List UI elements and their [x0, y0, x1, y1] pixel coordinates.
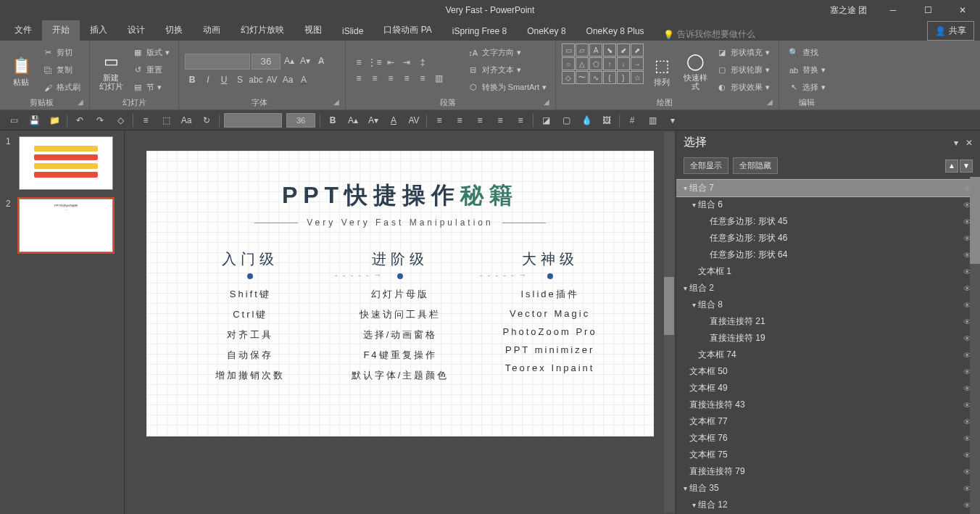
font-family-input[interactable]	[185, 54, 250, 70]
tab-animation[interactable]: 动画	[193, 20, 231, 41]
tree-item[interactable]: 直接连接符 21👁	[676, 313, 980, 330]
select-button[interactable]: ↖选择 ▾	[785, 80, 829, 96]
qat-alignr-icon[interactable]: ≡	[472, 112, 488, 128]
qat-alignj-icon[interactable]: ≡	[492, 112, 508, 128]
qat-alignd-icon[interactable]: ≡	[512, 112, 528, 128]
move-down-button[interactable]: ▼	[960, 159, 973, 173]
qat-picture-icon[interactable]: 🖼	[599, 112, 615, 128]
qat-shapeoutline-icon[interactable]: ▢	[558, 112, 574, 128]
close-button[interactable]: ✕	[948, 0, 977, 20]
qat-save-icon[interactable]: 💾	[26, 112, 42, 128]
new-slide-button[interactable]: ▭ 新建 幻灯片	[96, 43, 126, 96]
qat-undo-icon[interactable]: ↶	[72, 112, 88, 128]
align-right-button[interactable]: ≡	[383, 71, 398, 86]
tree-toggle-icon[interactable]: ▾	[681, 284, 689, 292]
tab-islide[interactable]: iSlide	[332, 22, 373, 41]
qat-new-icon[interactable]: ▭	[6, 112, 22, 128]
tree-toggle-icon[interactable]: ▾	[689, 301, 698, 309]
qat-redo-icon[interactable]: ↷	[92, 112, 108, 128]
decrease-font-button[interactable]: A▾	[298, 54, 312, 68]
qat-fontcolor-icon[interactable]: A	[386, 112, 402, 128]
show-all-button[interactable]: 全部显示	[684, 157, 728, 174]
tab-transition[interactable]: 切换	[155, 20, 193, 41]
tree-item[interactable]: ▾组合 8👁	[676, 297, 980, 313]
tab-insert[interactable]: 插入	[80, 20, 117, 41]
qat-group-icon[interactable]: ⬚	[158, 112, 174, 128]
qat-decfont-icon[interactable]: A▾	[365, 112, 381, 128]
bullets-button[interactable]: ≡	[352, 55, 366, 70]
tree-toggle-icon[interactable]: ▾	[689, 501, 698, 509]
tree-scrollbar[interactable]	[970, 177, 980, 514]
qat-alignc-icon[interactable]: ≡	[452, 112, 468, 128]
tree-item[interactable]: 任意多边形: 形状 46👁	[676, 230, 980, 246]
font-color-button[interactable]: A	[296, 72, 311, 87]
reset-button[interactable]: ↺重置	[129, 62, 173, 78]
qat-incfont-icon[interactable]: A▴	[345, 112, 361, 128]
copy-button[interactable]: ⿻复制	[39, 62, 83, 78]
align-text-button[interactable]: ⊟对齐文本 ▾	[465, 62, 549, 78]
indent-dec-button[interactable]: ⇤	[383, 55, 398, 70]
tree-item[interactable]: 直接连接符 79👁	[676, 463, 980, 480]
qat-ruler-icon[interactable]: ▥	[644, 112, 660, 128]
bold-button[interactable]: B	[185, 72, 199, 87]
tree-item[interactable]: 文本框 74👁	[676, 347, 980, 363]
case-button[interactable]: Aa	[281, 72, 295, 87]
tree-toggle-icon[interactable]: ▾	[689, 201, 698, 209]
shape-fill-button[interactable]: ◪形状填充 ▾	[713, 45, 773, 61]
align-center-button[interactable]: ≡	[368, 71, 382, 86]
tab-pocket-anim[interactable]: 口袋动画 PA	[373, 20, 441, 41]
share-button[interactable]: 👤 共享	[927, 21, 974, 41]
tab-onekey8plus[interactable]: OneKey 8 Plus	[576, 22, 655, 41]
thumbnail-1[interactable]: 1	[6, 136, 118, 190]
tab-home[interactable]: 开始	[42, 20, 80, 41]
tab-design[interactable]: 设计	[117, 20, 155, 41]
tab-view[interactable]: 视图	[294, 20, 332, 41]
font-launcher[interactable]: ◢	[333, 96, 339, 108]
cut-button[interactable]: ✂剪切	[39, 45, 83, 61]
tree-item[interactable]: ▾组合 12👁	[676, 497, 980, 513]
qat-replace-font-icon[interactable]: ↻	[199, 112, 215, 128]
user-name[interactable]: 塞之途 团	[824, 4, 873, 17]
move-up-button[interactable]: ▲	[945, 159, 958, 173]
qat-eyedropper-icon[interactable]: 💧	[578, 112, 594, 128]
pane-close-button[interactable]: ✕	[966, 138, 973, 148]
tree-item[interactable]: 直接连接符 43👁	[676, 397, 980, 413]
clear-format-button[interactable]: A̷	[314, 54, 328, 68]
text-direction-button[interactable]: ↕A文字方向 ▾	[465, 45, 549, 61]
qat-grid-icon[interactable]: #	[624, 112, 640, 128]
tree-toggle-icon[interactable]: ▾	[681, 184, 689, 192]
replace-button[interactable]: ab替换 ▾	[785, 62, 829, 78]
underline-button[interactable]: U	[217, 72, 231, 87]
qat-spacing-icon[interactable]: AV	[406, 112, 422, 128]
italic-button[interactable]: I	[201, 72, 215, 87]
arrange-button[interactable]: ⬚排列	[647, 43, 677, 96]
slide-canvas[interactable]: PPT快捷操作秘籍 Very Very Fast Manipulation - …	[125, 130, 676, 514]
qat-bold-icon[interactable]: B	[325, 112, 341, 128]
qat-font-input[interactable]	[224, 113, 282, 128]
align-left-button[interactable]: ≡	[352, 71, 366, 86]
tree-item[interactable]: 直接连接符 19👁	[676, 330, 980, 347]
tab-file[interactable]: 文件	[4, 20, 42, 41]
tree-item[interactable]: 文本框 75👁	[676, 447, 980, 463]
tree-item[interactable]: ▾组合 2👁	[676, 280, 980, 297]
tree-item[interactable]: ▾组合 6👁	[676, 196, 980, 213]
clipboard-launcher[interactable]: ◢	[78, 96, 83, 108]
line-spacing-button[interactable]: ‡	[415, 55, 430, 70]
shape-effects-button[interactable]: ◐形状效果 ▾	[713, 80, 773, 96]
strike-button[interactable]: S	[233, 72, 247, 87]
tree-item[interactable]: ▾组合 35👁	[676, 480, 980, 497]
qat-case-icon[interactable]: Aa	[178, 112, 194, 128]
tab-onekey8[interactable]: OneKey 8	[517, 22, 576, 41]
quick-styles-button[interactable]: ◯快速样式	[680, 43, 710, 96]
shapes-gallery[interactable]: ▭▱A⬊⬋⬈ ○△⬠↑↓→ ◇〜∿{}☆	[562, 43, 644, 96]
increase-font-button[interactable]: A▴	[282, 54, 296, 68]
tree-item[interactable]: 任意多边形: 形状 45👁	[676, 213, 980, 230]
smartart-button[interactable]: ⬡转换为 SmartArt ▾	[465, 80, 549, 96]
layout-button[interactable]: ▦版式 ▾	[129, 45, 173, 61]
tree-item[interactable]: 文本框 50👁	[676, 363, 980, 380]
canvas-scrollbar[interactable]	[664, 132, 674, 513]
font-size-input[interactable]	[252, 54, 281, 70]
justify-button[interactable]: ≡	[399, 71, 414, 86]
distribute-button[interactable]: ≡	[415, 71, 430, 86]
tree-item[interactable]: 任意多边形: 形状 64👁	[676, 246, 980, 263]
